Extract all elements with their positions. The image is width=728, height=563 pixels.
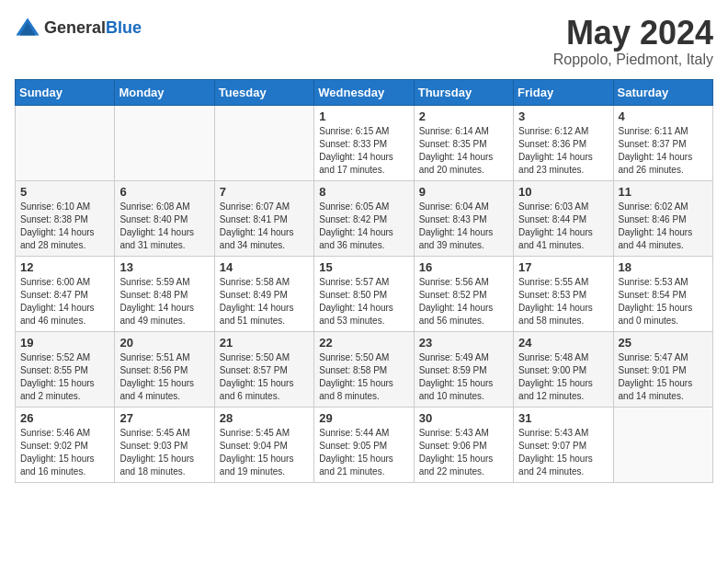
cell-content: Sunrise: 5:49 AMSunset: 8:59 PMDaylight:…	[419, 351, 508, 403]
day-number: 6	[119, 185, 209, 199]
header-tuesday: Tuesday	[214, 79, 313, 105]
week-row-2: 5Sunrise: 6:10 AMSunset: 8:38 PMDaylight…	[16, 180, 713, 256]
cell-content: Sunrise: 6:15 AMSunset: 8:33 PMDaylight:…	[319, 125, 408, 177]
day-number: 3	[518, 109, 608, 123]
logo: General Blue	[15, 15, 142, 40]
cell-content: Sunrise: 5:46 AMSunset: 9:02 PMDaylight:…	[20, 427, 109, 478]
day-number: 25	[619, 336, 708, 350]
cell-0-2	[214, 105, 313, 180]
cell-1-5: 10Sunrise: 6:03 AMSunset: 8:44 PMDayligh…	[514, 180, 613, 256]
logo-icon	[15, 15, 40, 40]
cell-4-3: 29Sunrise: 5:44 AMSunset: 9:05 PMDayligh…	[314, 407, 414, 482]
cell-content: Sunrise: 5:55 AMSunset: 8:53 PMDaylight:…	[518, 276, 608, 327]
day-number: 24	[518, 336, 608, 350]
logo-blue: Blue	[106, 19, 142, 36]
cell-3-2: 21Sunrise: 5:50 AMSunset: 8:57 PMDayligh…	[214, 331, 313, 407]
day-number: 15	[319, 260, 408, 274]
week-row-1: 1Sunrise: 6:15 AMSunset: 8:33 PMDaylight…	[16, 105, 713, 180]
day-number: 10	[518, 185, 608, 199]
cell-4-5: 31Sunrise: 5:43 AMSunset: 9:07 PMDayligh…	[514, 407, 613, 482]
cell-3-3: 22Sunrise: 5:50 AMSunset: 8:58 PMDayligh…	[314, 331, 414, 407]
month-title: May 2024	[553, 15, 713, 52]
cell-0-4: 2Sunrise: 6:14 AMSunset: 8:35 PMDaylight…	[414, 105, 513, 180]
cell-0-0	[16, 105, 115, 180]
day-number: 9	[419, 185, 508, 199]
cell-2-3: 15Sunrise: 5:57 AMSunset: 8:50 PMDayligh…	[314, 256, 414, 331]
day-number: 12	[20, 260, 109, 274]
cell-content: Sunrise: 6:04 AMSunset: 8:43 PMDaylight:…	[419, 201, 508, 252]
cell-content: Sunrise: 6:00 AMSunset: 8:47 PMDaylight:…	[20, 276, 109, 327]
cell-0-5: 3Sunrise: 6:12 AMSunset: 8:36 PMDaylight…	[514, 105, 613, 180]
cell-content: Sunrise: 6:14 AMSunset: 8:35 PMDaylight:…	[419, 125, 508, 177]
cell-2-2: 14Sunrise: 5:58 AMSunset: 8:49 PMDayligh…	[214, 256, 313, 331]
day-number: 7	[220, 185, 309, 199]
calendar-body: 1Sunrise: 6:15 AMSunset: 8:33 PMDaylight…	[16, 105, 713, 482]
cell-2-5: 17Sunrise: 5:55 AMSunset: 8:53 PMDayligh…	[514, 256, 613, 331]
location-title: Roppolo, Piedmont, Italy	[553, 52, 713, 68]
day-number: 26	[20, 411, 109, 425]
cell-1-4: 9Sunrise: 6:04 AMSunset: 8:43 PMDaylight…	[414, 180, 513, 256]
day-number: 29	[319, 411, 408, 425]
cell-content: Sunrise: 6:05 AMSunset: 8:42 PMDaylight:…	[319, 201, 408, 252]
cell-4-4: 30Sunrise: 5:43 AMSunset: 9:06 PMDayligh…	[414, 407, 513, 482]
cell-content: Sunrise: 6:12 AMSunset: 8:36 PMDaylight:…	[518, 125, 608, 177]
calendar-table: SundayMondayTuesdayWednesdayThursdayFrid…	[15, 79, 713, 483]
day-number: 14	[220, 260, 309, 274]
cell-content: Sunrise: 5:50 AMSunset: 8:57 PMDaylight:…	[220, 351, 309, 403]
cell-content: Sunrise: 6:02 AMSunset: 8:46 PMDaylight:…	[619, 201, 708, 252]
day-number: 28	[220, 411, 309, 425]
day-number: 8	[319, 185, 408, 199]
cell-4-1: 27Sunrise: 5:45 AMSunset: 9:03 PMDayligh…	[115, 407, 214, 482]
header-thursday: Thursday	[414, 79, 513, 105]
day-number: 16	[419, 260, 508, 274]
cell-content: Sunrise: 5:51 AMSunset: 8:56 PMDaylight:…	[119, 351, 209, 403]
cell-4-2: 28Sunrise: 5:45 AMSunset: 9:04 PMDayligh…	[214, 407, 313, 482]
calendar-header: SundayMondayTuesdayWednesdayThursdayFrid…	[16, 79, 713, 105]
day-number: 17	[518, 260, 608, 274]
cell-content: Sunrise: 6:11 AMSunset: 8:37 PMDaylight:…	[619, 125, 708, 177]
cell-0-3: 1Sunrise: 6:15 AMSunset: 8:33 PMDaylight…	[314, 105, 414, 180]
day-number: 1	[319, 109, 408, 123]
day-number: 19	[20, 336, 109, 350]
cell-3-0: 19Sunrise: 5:52 AMSunset: 8:55 PMDayligh…	[16, 331, 115, 407]
cell-1-6: 11Sunrise: 6:02 AMSunset: 8:46 PMDayligh…	[613, 180, 712, 256]
header-saturday: Saturday	[613, 79, 712, 105]
cell-2-0: 12Sunrise: 6:00 AMSunset: 8:47 PMDayligh…	[16, 256, 115, 331]
week-row-3: 12Sunrise: 6:00 AMSunset: 8:47 PMDayligh…	[16, 256, 713, 331]
cell-2-4: 16Sunrise: 5:56 AMSunset: 8:52 PMDayligh…	[414, 256, 513, 331]
cell-1-0: 5Sunrise: 6:10 AMSunset: 8:38 PMDaylight…	[16, 180, 115, 256]
cell-0-1	[115, 105, 214, 180]
cell-1-1: 6Sunrise: 6:08 AMSunset: 8:40 PMDaylight…	[115, 180, 214, 256]
cell-content: Sunrise: 5:45 AMSunset: 9:04 PMDaylight:…	[220, 427, 309, 478]
cell-content: Sunrise: 5:57 AMSunset: 8:50 PMDaylight:…	[319, 276, 408, 327]
header-row: SundayMondayTuesdayWednesdayThursdayFrid…	[16, 79, 713, 105]
logo-text: General Blue	[44, 19, 142, 36]
cell-content: Sunrise: 5:43 AMSunset: 9:07 PMDaylight:…	[518, 427, 608, 478]
cell-content: Sunrise: 5:59 AMSunset: 8:48 PMDaylight:…	[119, 276, 209, 327]
cell-4-0: 26Sunrise: 5:46 AMSunset: 9:02 PMDayligh…	[16, 407, 115, 482]
cell-3-5: 24Sunrise: 5:48 AMSunset: 9:00 PMDayligh…	[514, 331, 613, 407]
header-wednesday: Wednesday	[314, 79, 414, 105]
cell-content: Sunrise: 5:50 AMSunset: 8:58 PMDaylight:…	[319, 351, 408, 403]
day-number: 11	[619, 185, 708, 199]
cell-content: Sunrise: 5:52 AMSunset: 8:55 PMDaylight:…	[20, 351, 109, 403]
cell-content: Sunrise: 5:58 AMSunset: 8:49 PMDaylight:…	[220, 276, 309, 327]
cell-4-6	[613, 407, 712, 482]
cell-3-6: 25Sunrise: 5:47 AMSunset: 9:01 PMDayligh…	[613, 331, 712, 407]
cell-content: Sunrise: 5:48 AMSunset: 9:00 PMDaylight:…	[518, 351, 608, 403]
title-area: May 2024 Roppolo, Piedmont, Italy	[553, 15, 713, 68]
header: General Blue May 2024 Roppolo, Piedmont,…	[15, 15, 713, 68]
cell-content: Sunrise: 5:44 AMSunset: 9:05 PMDaylight:…	[319, 427, 408, 478]
header-sunday: Sunday	[16, 79, 115, 105]
cell-content: Sunrise: 6:03 AMSunset: 8:44 PMDaylight:…	[518, 201, 608, 252]
cell-1-2: 7Sunrise: 6:07 AMSunset: 8:41 PMDaylight…	[214, 180, 313, 256]
cell-content: Sunrise: 5:47 AMSunset: 9:01 PMDaylight:…	[619, 351, 708, 403]
cell-content: Sunrise: 5:56 AMSunset: 8:52 PMDaylight:…	[419, 276, 508, 327]
cell-2-1: 13Sunrise: 5:59 AMSunset: 8:48 PMDayligh…	[115, 256, 214, 331]
day-number: 30	[419, 411, 508, 425]
header-monday: Monday	[115, 79, 214, 105]
day-number: 27	[119, 411, 209, 425]
cell-content: Sunrise: 6:08 AMSunset: 8:40 PMDaylight:…	[119, 201, 209, 252]
day-number: 21	[220, 336, 309, 350]
cell-content: Sunrise: 5:53 AMSunset: 8:54 PMDaylight:…	[619, 276, 708, 327]
